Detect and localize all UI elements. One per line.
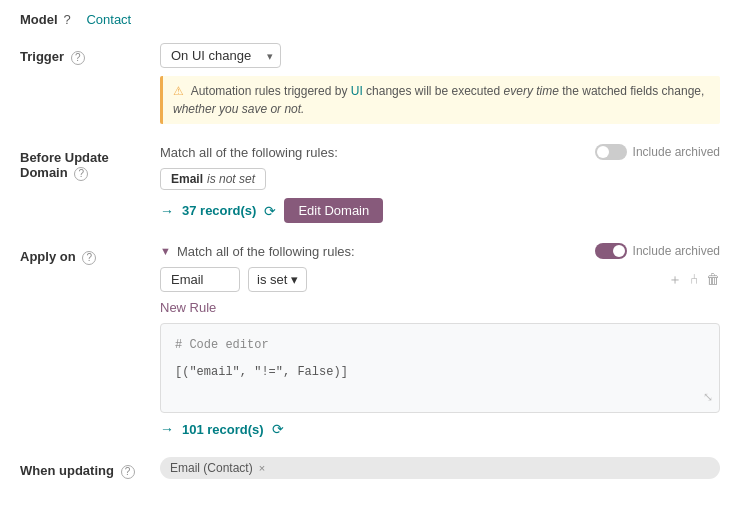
before-update-archive-toggle[interactable]	[595, 144, 627, 160]
apply-on-rule-icons: ＋ ⑃ 🗑	[668, 271, 720, 289]
warning-whether: whether you save or not.	[173, 102, 304, 116]
trigger-select-wrapper: On UI change	[160, 43, 720, 68]
when-updating-label: When updating	[20, 463, 114, 478]
before-update-archive-label: Include archived	[633, 145, 720, 159]
before-update-help[interactable]: ?	[74, 167, 88, 181]
trigger-help[interactable]: ?	[71, 51, 85, 65]
warning-every-time: every time	[504, 84, 559, 98]
before-update-rule-tag: Email is not set	[160, 168, 266, 190]
trigger-select[interactable]: On UI change	[160, 43, 281, 68]
apply-on-include-archived: Include archived	[595, 243, 720, 259]
breadcrumb-model: Model	[20, 12, 58, 27]
apply-on-rules-header: ▼ Match all of the following rules: Incl…	[160, 243, 720, 259]
trigger-dropdown-wrapper: On UI change	[160, 43, 281, 68]
before-update-match-text: Match all of the following rules:	[160, 145, 338, 160]
apply-on-value-cell: ▼ Match all of the following rules: Incl…	[160, 243, 720, 437]
breadcrumb: Model ? Contact	[20, 12, 720, 27]
before-update-condition: is not set	[207, 172, 255, 186]
when-updating-label-cell: When updating ?	[20, 457, 160, 479]
before-update-label: Before UpdateDomain	[20, 150, 109, 180]
before-update-include-archived: Include archived	[595, 144, 720, 160]
apply-on-condition-select[interactable]: is set ▾	[248, 267, 307, 292]
apply-on-record-count[interactable]: 101 record(s)	[182, 422, 264, 437]
warning-ui-link: UI	[351, 84, 363, 98]
code-editor[interactable]: # Code editor [("email", "!=", False)] ⤡	[160, 323, 720, 413]
apply-on-archive-label: Include archived	[633, 244, 720, 258]
hierarchy-icon[interactable]: ⑃	[690, 271, 698, 289]
warning-icon: ⚠	[173, 84, 184, 98]
apply-on-rule-row: Email is set ▾ ＋ ⑃ 🗑	[160, 267, 720, 292]
breadcrumb-sep	[77, 12, 81, 27]
apply-on-match-text: Match all of the following rules:	[177, 244, 355, 259]
code-comment: # Code editor	[175, 336, 705, 355]
delete-rule-icon[interactable]: 🗑	[706, 271, 720, 289]
before-update-value-cell: Match all of the following rules: Includ…	[160, 144, 720, 223]
before-update-label-cell: Before UpdateDomain ?	[20, 144, 160, 223]
before-update-match-label: Match all of the following rules:	[160, 145, 338, 160]
apply-on-archive-toggle[interactable]	[595, 243, 627, 259]
before-update-record-count[interactable]: 37 record(s)	[182, 203, 256, 218]
edit-domain-button[interactable]: Edit Domain	[284, 198, 383, 223]
apply-on-label: Apply on	[20, 249, 76, 264]
apply-on-match-row: ▼ Match all of the following rules:	[160, 244, 355, 259]
resize-handle-icon[interactable]: ⤡	[703, 389, 713, 408]
before-update-refresh-icon[interactable]: ⟳	[264, 203, 276, 219]
new-rule-link[interactable]: New Rule	[160, 300, 216, 315]
apply-on-condition-text: is set	[257, 272, 287, 287]
when-updating-remove-btn[interactable]: ×	[259, 462, 265, 474]
apply-on-arrow-icon: →	[160, 421, 174, 437]
apply-on-label-cell: Apply on ?	[20, 243, 160, 437]
before-update-rules-header: Match all of the following rules: Includ…	[160, 144, 720, 160]
apply-on-refresh-icon[interactable]: ⟳	[272, 421, 284, 437]
trigger-label: Trigger	[20, 49, 64, 64]
before-update-rule-tag-row: Email is not set	[160, 168, 720, 190]
trigger-warning: ⚠ Automation rules triggered by UI chang…	[160, 76, 720, 124]
new-rule-link-wrapper: New Rule	[160, 300, 720, 315]
add-rule-icon[interactable]: ＋	[668, 271, 682, 289]
trigger-label-cell: Trigger ?	[20, 43, 160, 124]
arrow-right-icon: →	[160, 203, 174, 219]
trigger-value-cell: On UI change ⚠ Automation rules triggere…	[160, 43, 720, 124]
apply-on-arrow-row: → 101 record(s) ⟳	[160, 421, 720, 437]
when-updating-pill-text: Email (Contact)	[170, 461, 253, 475]
apply-on-help[interactable]: ?	[82, 251, 96, 265]
when-updating-pill: Email (Contact) ×	[160, 457, 720, 479]
condition-chevron-icon: ▾	[291, 272, 298, 287]
chevron-down-icon[interactable]: ▼	[160, 245, 171, 257]
breadcrumb-contact[interactable]: Contact	[86, 12, 131, 27]
when-updating-help[interactable]: ?	[121, 465, 135, 479]
code-value: [("email", "!=", False)]	[175, 363, 705, 382]
before-update-arrow-row: → 37 record(s) ⟳ Edit Domain	[160, 198, 720, 223]
apply-on-field-box[interactable]: Email	[160, 267, 240, 292]
form-grid: Trigger ? On UI change ⚠ Automation rule…	[20, 43, 720, 479]
before-update-field: Email	[171, 172, 203, 186]
when-updating-value-cell: Email (Contact) ×	[160, 457, 720, 479]
breadcrumb-help[interactable]: ?	[64, 12, 71, 27]
